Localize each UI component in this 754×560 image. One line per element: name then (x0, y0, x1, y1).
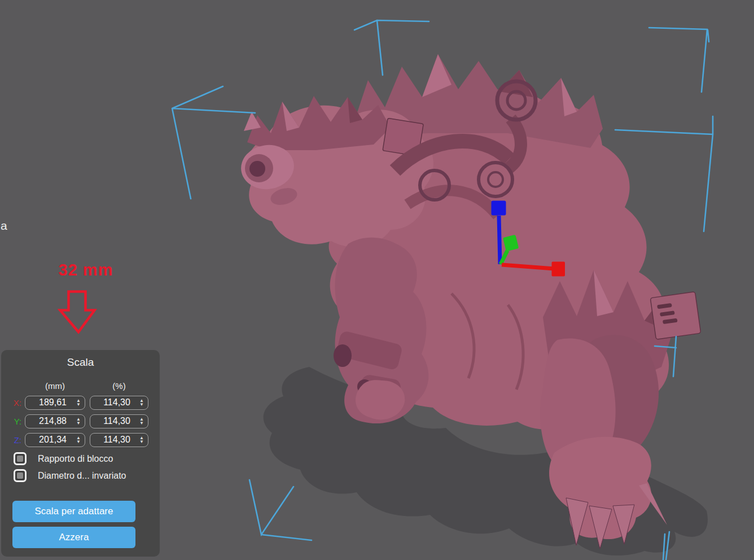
lock-ratio-row: Rapporto di blocco (14, 452, 113, 465)
x-mm-spinner[interactable]: ▲ ▼ (74, 399, 82, 406)
annotation-arrow-icon (60, 292, 95, 333)
clipped-edge-text: a (1, 219, 7, 233)
scale-to-fit-button[interactable]: Scala per adattare (12, 501, 135, 522)
spinner-down-icon[interactable]: ▼ (139, 421, 144, 425)
y-mm-field[interactable]: ▲ ▼ (25, 414, 85, 428)
x-mm-field[interactable]: ▲ ▼ (25, 396, 85, 410)
gizmo-x-handle[interactable] (552, 262, 566, 277)
z-mm-spinner[interactable]: ▲ ▼ (74, 436, 82, 444)
gizmo-z-handle[interactable] (492, 201, 506, 216)
lock-ratio-label: Rapporto di blocco (38, 454, 113, 464)
x-pct-field[interactable]: ▲ ▼ (90, 396, 148, 410)
diameter-invariant-row: Diametro d... invariato (14, 469, 126, 482)
panel-title: Scala (1, 350, 160, 369)
axis-row-z: Z: ▲ ▼ ▲ ▼ (1, 432, 160, 447)
axis-row-x: X: ▲ ▼ ▲ ▼ (1, 395, 160, 410)
column-header-pct: (%) (90, 381, 148, 391)
diameter-invariant-label: Diametro d... invariato (38, 471, 126, 481)
reset-button[interactable]: Azzera (12, 527, 135, 548)
x-pct-input[interactable] (90, 397, 138, 408)
axis-row-y: Y: ▲ ▼ ▲ ▼ (1, 414, 160, 428)
selection-bracket-bottom (249, 480, 312, 540)
column-headers: (mm) (%) (1, 381, 160, 391)
slicer-window: a 32 mm Scala (mm) (%) X: ▲ ▼ ▲ (0, 0, 754, 560)
spinner-down-icon[interactable]: ▼ (76, 421, 81, 425)
z-mm-field[interactable]: ▲ ▼ (25, 433, 85, 447)
spinner-down-icon[interactable]: ▼ (139, 403, 144, 406)
y-mm-input[interactable] (25, 416, 74, 426)
checkbox-inner (17, 456, 23, 462)
z-pct-field[interactable]: ▲ ▼ (90, 433, 148, 447)
axis-label-z: Z: (1, 435, 24, 445)
scale-panel: Scala (mm) (%) X: ▲ ▼ ▲ ▼ (1, 350, 160, 557)
y-mm-spinner[interactable]: ▲ ▼ (74, 417, 82, 425)
selection-bracket-top (354, 20, 429, 75)
x-mm-input[interactable] (25, 397, 74, 408)
lock-ratio-checkbox[interactable] (14, 452, 27, 465)
spinner-down-icon[interactable]: ▼ (76, 403, 81, 406)
column-header-mm: (mm) (25, 381, 85, 391)
x-pct-spinner[interactable]: ▲ ▼ (138, 399, 146, 406)
axis-label-y: Y: (1, 417, 24, 426)
checkbox-inner (17, 473, 23, 479)
z-mm-input[interactable] (25, 435, 74, 445)
diameter-invariant-checkbox[interactable] (14, 469, 27, 482)
selection-bracket-left (172, 86, 255, 199)
z-pct-input[interactable] (90, 435, 138, 445)
axis-label-x: X: (1, 398, 24, 408)
y-pct-input[interactable] (90, 416, 138, 426)
spinner-down-icon[interactable]: ▼ (76, 440, 81, 444)
y-pct-field[interactable]: ▲ ▼ (90, 414, 148, 428)
selection-bracket-top-right (649, 28, 709, 92)
z-pct-spinner[interactable]: ▲ ▼ (138, 436, 146, 444)
spinner-down-icon[interactable]: ▼ (139, 440, 144, 444)
scale-annotation-label: 32 mm (54, 261, 117, 279)
y-pct-spinner[interactable]: ▲ ▼ (138, 417, 146, 425)
